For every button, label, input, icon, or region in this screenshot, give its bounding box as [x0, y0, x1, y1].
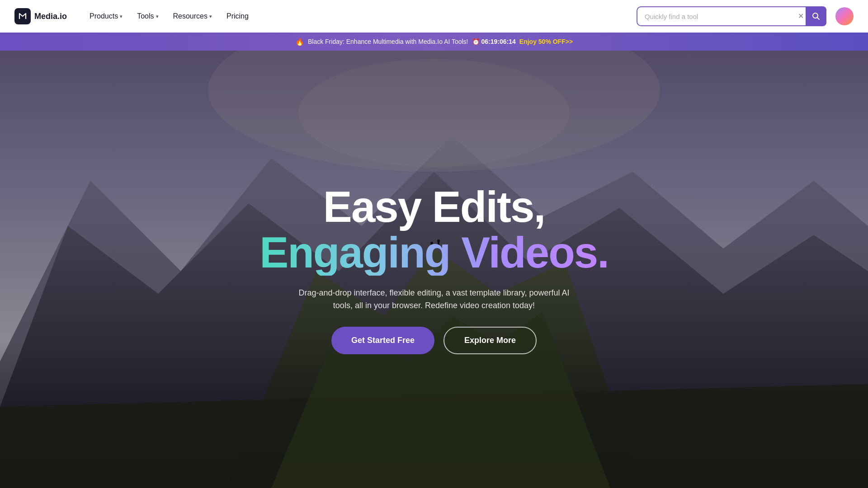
svg-line-2	[817, 18, 820, 20]
hero-title-line1: Easy Edits,	[259, 184, 609, 230]
nav-links: Products ▾ Tools ▾ Resources ▾ Pricing	[83, 9, 627, 24]
banner-clock-emoji: ⏰	[472, 38, 480, 45]
hero-content: Easy Edits, Engaging Videos. Drag-and-dr…	[259, 184, 609, 354]
hero-buttons: Get Started Free Explore More	[331, 327, 537, 354]
tools-chevron-icon: ▾	[156, 14, 159, 19]
logo-text: Media.io	[34, 12, 67, 21]
explore-more-button[interactable]: Explore More	[443, 327, 537, 354]
search-container: ✕	[637, 6, 826, 26]
banner-cta-link[interactable]: Enjoy 50% OFF>>	[519, 38, 573, 45]
banner-fire-emoji: 🔥	[295, 38, 304, 46]
logo-icon	[14, 8, 31, 24]
hero-title: Easy Edits, Engaging Videos.	[259, 184, 609, 276]
nav-tools[interactable]: Tools ▾	[131, 9, 165, 24]
logo-link[interactable]: Media.io	[14, 8, 67, 24]
hero-section: Easy Edits, Engaging Videos. Drag-and-dr…	[0, 0, 868, 488]
search-submit-button[interactable]	[806, 6, 826, 26]
promo-banner: 🔥 Black Friday: Enhance Multimedia with …	[0, 33, 868, 51]
nav-resources[interactable]: Resources ▾	[167, 9, 218, 24]
banner-text: Black Friday: Enhance Multimedia with Me…	[308, 38, 468, 45]
get-started-button[interactable]: Get Started Free	[331, 327, 434, 354]
nav-right	[835, 7, 854, 25]
search-clear-button[interactable]: ✕	[798, 13, 804, 20]
svg-point-10	[298, 59, 570, 167]
avatar[interactable]	[835, 7, 854, 25]
navbar: Media.io Products ▾ Tools ▾ Resources ▾ …	[0, 0, 868, 33]
products-chevron-icon: ▾	[120, 14, 123, 19]
hero-subtitle: Drag-and-drop interface, flexible editin…	[298, 286, 570, 313]
resources-chevron-icon: ▾	[209, 14, 212, 19]
nav-pricing[interactable]: Pricing	[220, 9, 255, 24]
hero-title-line2: Engaging Videos.	[259, 230, 609, 276]
nav-products[interactable]: Products ▾	[83, 9, 129, 24]
banner-timer: ⏰ 06:19:06:14	[472, 38, 516, 45]
search-icon	[812, 12, 820, 20]
